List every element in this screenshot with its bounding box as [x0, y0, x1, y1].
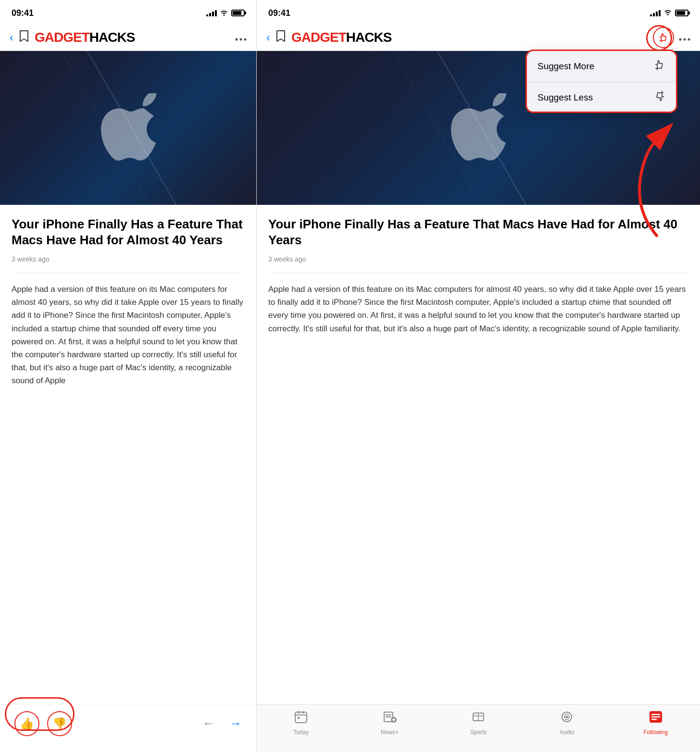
tab-sports[interactable]: Sports — [459, 710, 498, 736]
left-logo: GADGETHACKS — [35, 30, 235, 45]
svg-point-5 — [688, 38, 690, 40]
left-nav-bar: ‹ GADGETHACKS — [0, 24, 256, 51]
apple-logo — [100, 93, 157, 163]
audio-icon — [560, 710, 574, 727]
suggest-more-label: Suggest More — [538, 61, 594, 72]
suggest-dropdown-menu: Suggest More Suggest Less — [527, 51, 676, 113]
tab-audio[interactable]: Audio — [548, 710, 586, 736]
right-logo-gadget-text: GADGET — [291, 30, 346, 45]
today-icon — [294, 710, 308, 727]
right-suggest-button[interactable] — [653, 27, 674, 48]
right-apple-logo — [450, 93, 507, 163]
left-status-time: 09:41 — [12, 8, 34, 18]
right-article-title: Your iPhone Finally Has a Feature That M… — [268, 216, 688, 248]
svg-rect-11 — [298, 717, 300, 719]
svg-point-0 — [236, 38, 238, 40]
suggest-less-label: Suggest Less — [538, 92, 593, 103]
tab-sports-label: Sports — [470, 729, 487, 736]
right-battery-icon — [675, 10, 688, 16]
right-nav-bar: ‹ GADGETHACKS — [257, 24, 700, 51]
left-article-content: Your iPhone Finally Has a Feature That M… — [0, 205, 256, 388]
left-nav-arrows: ← → — [202, 716, 242, 731]
logo-gadget-text: GADGET — [35, 30, 89, 45]
tab-news-plus-label: News+ — [381, 729, 399, 736]
right-phone: 09:41 ‹ GADGETHACKS — [257, 0, 700, 752]
left-article-image — [0, 51, 256, 205]
right-bookmark-icon[interactable] — [276, 30, 286, 45]
svg-point-21 — [566, 716, 568, 718]
left-phone: 09:41 ‹ GADGETHACKS — [0, 0, 257, 752]
right-wifi-icon — [663, 9, 672, 17]
left-status-bar: 09:41 — [0, 0, 256, 24]
following-icon — [649, 710, 663, 727]
tab-following-label: Following — [643, 729, 668, 736]
svg-rect-8 — [298, 711, 300, 714]
right-status-bar: 09:41 — [257, 0, 700, 24]
left-bottom-toolbar: 👍 👎 ← → — [0, 704, 256, 752]
right-article-date: 3 weeks ago — [268, 255, 688, 263]
left-back-button[interactable]: ‹ — [10, 31, 13, 44]
left-thumb-down-button[interactable]: 👎 — [47, 711, 72, 736]
left-nav-forward-arrow[interactable]: → — [229, 716, 242, 731]
left-more-button[interactable] — [235, 31, 247, 44]
news-plus-icon — [383, 710, 397, 727]
svg-point-2 — [244, 38, 247, 40]
tab-following[interactable]: Following — [637, 710, 675, 736]
left-bookmark-icon[interactable] — [19, 30, 29, 45]
left-nav-back-arrow[interactable]: ← — [202, 716, 215, 731]
svg-point-1 — [240, 38, 242, 40]
left-thumbs-group: 👍 👎 — [14, 711, 72, 736]
suggest-more-item[interactable]: Suggest More — [527, 51, 676, 82]
svg-point-3 — [679, 38, 682, 40]
suggest-more-icon — [654, 60, 665, 73]
svg-point-4 — [684, 38, 686, 40]
right-more-button[interactable] — [679, 31, 690, 44]
right-back-button[interactable]: ‹ — [266, 31, 270, 44]
suggest-less-icon — [654, 91, 665, 104]
signal-bars-icon — [206, 10, 217, 16]
svg-rect-9 — [302, 711, 304, 714]
right-signal-bars-icon — [650, 10, 661, 16]
tab-today-label: Today — [293, 729, 309, 736]
left-article-divider — [12, 273, 245, 273]
tab-news-plus[interactable]: News+ — [371, 710, 409, 736]
left-article-date: 3 weeks ago — [12, 255, 245, 263]
right-article-body: Apple had a version of this feature on i… — [268, 283, 688, 335]
svg-rect-7 — [295, 712, 307, 723]
tab-today[interactable]: Today — [282, 710, 320, 736]
right-status-time: 09:41 — [268, 8, 290, 18]
sports-icon — [472, 710, 485, 727]
left-thumb-up-button[interactable]: 👍 — [14, 711, 39, 736]
left-status-icons — [206, 9, 245, 17]
right-article-content: Your iPhone Finally Has a Feature That M… — [257, 205, 700, 335]
left-article-title: Your iPhone Finally Has a Feature That M… — [12, 216, 245, 248]
suggest-less-item[interactable]: Suggest Less — [527, 82, 676, 113]
right-logo: GADGETHACKS — [291, 30, 653, 45]
right-status-icons — [650, 9, 688, 17]
left-article-body: Apple had a version of this feature on i… — [12, 283, 245, 388]
right-tab-bar: Today News+ — [257, 704, 700, 752]
wifi-icon — [220, 9, 228, 17]
right-article-divider — [268, 273, 688, 273]
battery-icon — [231, 10, 245, 16]
tab-audio-label: Audio — [560, 729, 575, 736]
right-logo-hacks-text: HACKS — [346, 30, 392, 45]
logo-hacks-text: HACKS — [89, 30, 135, 45]
